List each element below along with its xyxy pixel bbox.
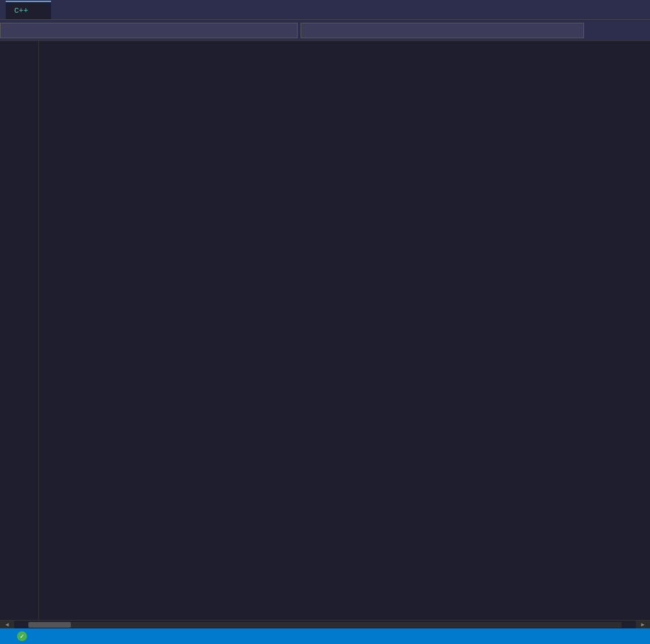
scrollbar-track[interactable] — [28, 622, 622, 628]
file-tab[interactable]: C++ — [6, 1, 51, 19]
editor-container — [0, 41, 650, 620]
line-number-gutter — [0, 41, 39, 620]
scroll-right-arrow[interactable]: ▶ — [636, 621, 650, 629]
scroll-left-arrow[interactable]: ◀ — [0, 621, 14, 629]
check-icon: ✓ — [17, 631, 27, 641]
file-dropdown[interactable] — [0, 23, 298, 38]
horizontal-scrollbar[interactable]: ◀ ▶ — [0, 620, 650, 628]
cpp-icon: C++ — [14, 6, 28, 15]
code-area[interactable] — [39, 41, 650, 620]
scope-dropdown[interactable] — [301, 23, 584, 38]
toolbar — [0, 20, 650, 41]
scrollbar-thumb[interactable] — [28, 622, 71, 628]
status-check: ✓ — [17, 631, 30, 641]
title-bar: C++ — [0, 0, 650, 20]
status-bar: ✓ — [0, 628, 650, 644]
